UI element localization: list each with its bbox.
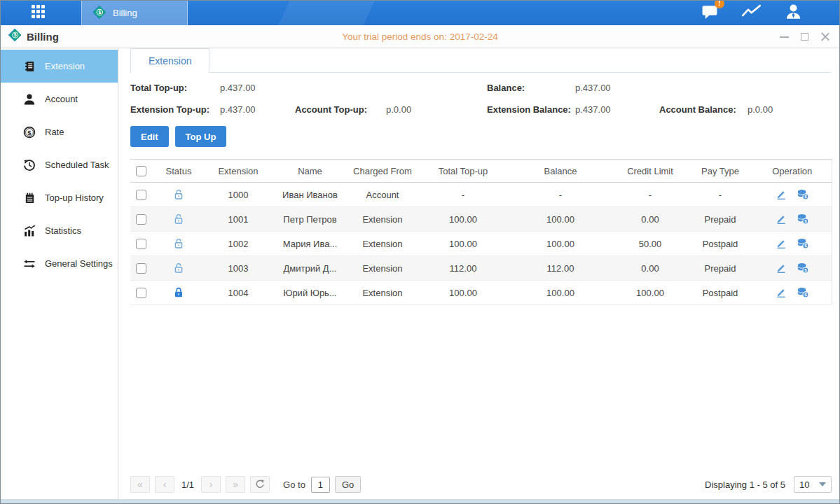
billing-summary: Total Top-up: p.437.00 Extension Top-up:…	[130, 83, 831, 115]
account-person-icon	[23, 93, 36, 106]
goto-page-input[interactable]	[311, 477, 330, 493]
cell-charged-from: Extension	[347, 232, 418, 256]
topup-row-icon[interactable]: $	[797, 262, 809, 274]
sidebar-item-scheduled-task[interactable]: Scheduled Task	[1, 148, 118, 181]
svg-text:$: $	[804, 195, 807, 200]
cell-balance: 100.00	[508, 281, 613, 305]
next-page-button[interactable]: ›	[201, 476, 221, 493]
trial-notice: Your trial period ends on: 2017-02-24	[1, 31, 839, 42]
row-checkbox[interactable]	[136, 190, 146, 200]
extension-topup-value: p.437.00	[220, 104, 295, 115]
svg-text:$: $	[804, 219, 807, 224]
column-header-status: Status	[154, 160, 203, 183]
window-title-group: $ Billing	[1, 28, 59, 45]
select-all-checkbox[interactable]	[136, 166, 146, 176]
edit-row-icon[interactable]	[776, 189, 787, 200]
pagination-bar: « ‹ 1/1 › » Go to Go Display	[130, 476, 832, 499]
svg-text:$: $	[27, 128, 32, 136]
sidebar-item-extension[interactable]: Extension	[1, 50, 118, 83]
table-row: 1003Дмитрий Д...Extension112.00112.000.0…	[130, 256, 832, 281]
cell-credit-limit: 50.00	[613, 232, 687, 256]
last-page-button[interactable]: »	[226, 476, 245, 493]
svg-text:$: $	[98, 9, 101, 15]
minimize-button[interactable]	[780, 32, 789, 41]
cell-pay-type: Postpaid	[687, 232, 753, 256]
cell-extension: 1004	[203, 281, 273, 305]
action-buttons: Edit Top Up	[130, 126, 831, 147]
sidebar-item-account[interactable]: Account	[1, 83, 118, 115]
monitor-button[interactable]	[741, 3, 762, 23]
edit-row-icon[interactable]	[776, 262, 787, 274]
svg-text:$: $	[14, 32, 17, 38]
cell-charged-from: Extension	[347, 281, 418, 305]
refresh-button[interactable]	[250, 476, 270, 493]
row-checkbox[interactable]	[136, 239, 146, 249]
summary-right: Balance: p.437.00 Extension Balance: p.4…	[487, 83, 831, 115]
cell-pay-type: Postpaid	[687, 281, 753, 305]
app-window: $ Billing !	[0, 0, 840, 504]
cell-pay-type: Prepaid	[687, 256, 753, 281]
main-content: Extension Total Top-up: p.437.00 Extensi…	[118, 48, 839, 499]
topup-row-icon[interactable]: $	[797, 189, 809, 200]
window-controls	[780, 32, 839, 41]
topup-row-icon[interactable]: $	[797, 287, 809, 298]
account-topup-label: Account Top-up:	[295, 104, 386, 115]
user-button[interactable]	[784, 3, 803, 24]
cell-pay-type: -	[687, 183, 753, 207]
user-icon	[784, 3, 803, 24]
topup-row-icon[interactable]: $	[797, 238, 809, 249]
page-size-select[interactable]: 10	[794, 476, 832, 493]
cell-name: Петр Петров	[273, 207, 347, 232]
table-row: 1004Юрий Юрь...Extension100.00100.00100.…	[130, 281, 832, 305]
row-checkbox[interactable]	[136, 263, 146, 274]
go-button[interactable]: Go	[335, 476, 361, 493]
topbar-tab-label: Billing	[113, 8, 137, 18]
topup-row-icon[interactable]: $	[797, 214, 809, 225]
statistics-chart-icon	[23, 225, 36, 237]
cell-charged-from: Extension	[347, 256, 418, 281]
top-up-button[interactable]: Top Up	[175, 126, 227, 147]
account-balance-label: Account Balance:	[659, 104, 748, 115]
sidebar-item-label: Scheduled Task	[45, 160, 109, 170]
sidebar-item-top-up-history[interactable]: Top-up History	[1, 181, 118, 214]
column-header-name: Name	[273, 160, 347, 183]
prev-page-button[interactable]: ‹	[155, 476, 174, 493]
status-unlocked-icon	[173, 238, 184, 248]
topbar-tab-billing[interactable]: $ Billing	[81, 1, 188, 25]
close-button[interactable]	[820, 32, 829, 41]
cell-credit-limit: -	[613, 183, 687, 207]
edit-row-icon[interactable]	[776, 214, 787, 225]
notifications-button[interactable]: !	[701, 3, 719, 23]
maximize-button[interactable]	[800, 32, 809, 41]
extension-balance-label: Extension Balance:	[487, 104, 575, 115]
edit-row-icon[interactable]	[776, 287, 787, 298]
sidebar-item-label: Top-up History	[45, 192, 104, 203]
billing-app-icon: $	[92, 5, 106, 22]
sidebar-item-label: Account	[45, 94, 78, 104]
goto-label: Go to	[283, 479, 305, 490]
cell-credit-limit: 0.00	[613, 256, 687, 281]
sidebar-item-statistics[interactable]: Statistics	[1, 214, 118, 247]
row-checkbox[interactable]	[136, 288, 146, 298]
account-topup-value: p.0.00	[386, 104, 487, 115]
app-body: ExtensionAccount$RateScheduled TaskTop-u…	[1, 48, 839, 499]
sidebar-item-general-settings[interactable]: General Settings	[1, 247, 118, 280]
window-bottom-edge	[1, 499, 839, 503]
edit-button[interactable]: Edit	[130, 126, 169, 147]
svg-text:$: $	[804, 268, 807, 273]
window-title: Billing	[27, 31, 59, 43]
first-page-button[interactable]: «	[130, 476, 150, 493]
cell-charged-from: Extension	[347, 207, 418, 232]
cell-total-topup: 100.00	[418, 232, 508, 256]
tab-extension[interactable]: Extension	[130, 48, 209, 73]
apps-grid-button[interactable]	[26, 1, 50, 25]
sidebar: ExtensionAccount$RateScheduled TaskTop-u…	[1, 48, 118, 499]
column-header-pay-type: Pay Type	[687, 160, 753, 183]
edit-row-icon[interactable]	[776, 238, 787, 249]
cell-name: Дмитрий Д...	[273, 256, 347, 281]
sidebar-item-rate[interactable]: $Rate	[1, 115, 118, 148]
row-checkbox[interactable]	[136, 214, 146, 225]
column-header-balance: Balance	[508, 160, 613, 183]
cell-balance: -	[508, 183, 613, 207]
extension-topup-label: Extension Top-up:	[130, 104, 220, 115]
